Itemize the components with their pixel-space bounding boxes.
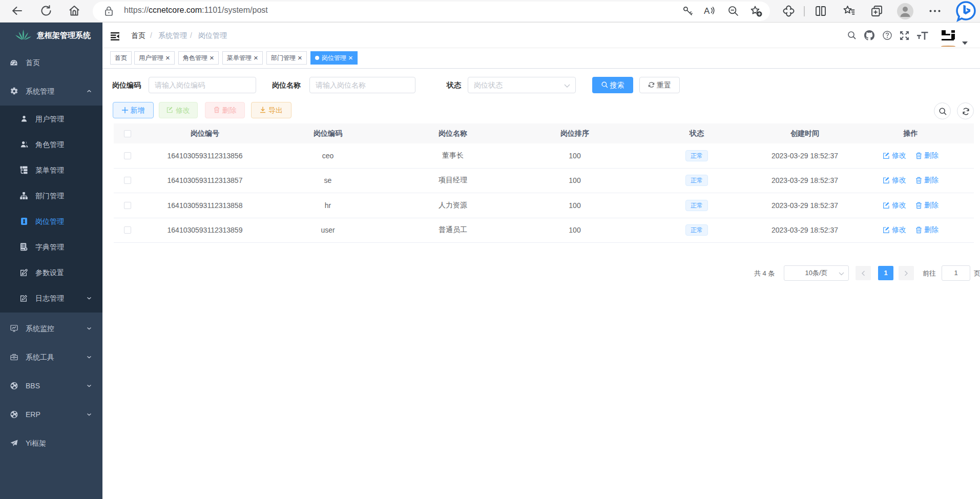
svg-text:A: A — [704, 6, 710, 16]
